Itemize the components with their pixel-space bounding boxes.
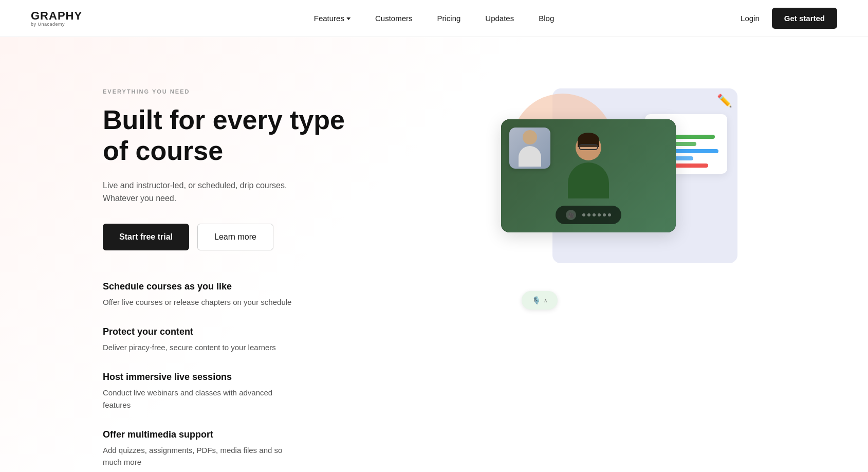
feature-desc-schedule: Offer live courses or release chapters o… <box>103 296 298 308</box>
feature-title-protect: Protect your content <box>103 326 391 337</box>
logo-sub: by Unacademy <box>31 22 82 27</box>
feature-title-live: Host immersive live sessions <box>103 372 391 383</box>
feature-item-live: Host immersive live sessions Conduct liv… <box>103 372 391 411</box>
person-body-sm <box>519 146 541 167</box>
nav-links: Features Customers Pricing Updates Blog <box>314 14 555 23</box>
presenter-head <box>576 135 601 160</box>
feature-desc-protect: Deliver piracy-free, secure content to y… <box>103 341 298 353</box>
navbar: GRAPHY by Unacademy Features Customers P… <box>0 0 868 37</box>
left-column: EVERYTHING YOU NEED Built for every type… <box>103 68 391 468</box>
logo[interactable]: GRAPHY by Unacademy <box>31 10 82 27</box>
pencil-icon: ✏️ <box>717 94 732 108</box>
feature-desc-multimedia: Add quizzes, assignments, PDFs, media fi… <box>103 444 298 468</box>
nav-updates[interactable]: Updates <box>485 14 514 23</box>
get-started-button[interactable]: Get started <box>772 8 837 29</box>
mic-button[interactable]: 🎙️ ∧ <box>522 291 558 310</box>
camera-icon: 🎥 <box>566 210 576 220</box>
presenter-figure <box>558 135 619 217</box>
eyebrow-text: EVERYTHING YOU NEED <box>103 88 391 95</box>
nav-blog[interactable]: Blog <box>539 14 554 23</box>
login-button[interactable]: Login <box>741 14 760 23</box>
video-controls: 🎥 <box>556 206 621 224</box>
learn-more-button[interactable]: Learn more <box>197 224 273 250</box>
ctrl-dot <box>608 213 611 216</box>
mic-icon: 🎙️ <box>532 296 541 304</box>
ctrl-dot <box>603 213 606 216</box>
presenter-body <box>568 162 609 198</box>
control-dots <box>582 213 611 216</box>
right-column: ✏️ <box>391 68 837 468</box>
feature-item-schedule: Schedule courses as you like Offer live … <box>103 281 391 308</box>
video-call-card: 🎥 <box>501 119 676 232</box>
feature-desc-live: Conduct live webinars and classes with a… <box>103 387 298 411</box>
nav-actions: Login Get started <box>741 8 837 29</box>
cta-row: Start free trial Learn more <box>103 224 391 250</box>
feature-title-schedule: Schedule courses as you like <box>103 281 391 292</box>
video-thumbnail <box>509 128 550 169</box>
main-content: EVERYTHING YOU NEED Built for every type… <box>0 37 868 472</box>
feature-item-multimedia: Offer multimedia support Add quizzes, as… <box>103 429 391 468</box>
feature-title-multimedia: Offer multimedia support <box>103 429 391 440</box>
chevron-down-icon <box>346 17 350 20</box>
person-head-sm <box>523 130 537 144</box>
hero-description: Live and instructor-led, or scheduled, d… <box>103 179 319 205</box>
thumb-person <box>514 130 545 166</box>
nav-features[interactable]: Features <box>314 14 350 23</box>
illustration: ✏️ <box>491 78 737 294</box>
ctrl-dot <box>582 213 585 216</box>
presenter-glasses <box>579 144 598 150</box>
feature-item-protect: Protect your content Deliver piracy-free… <box>103 326 391 353</box>
nav-pricing[interactable]: Pricing <box>437 14 460 23</box>
ctrl-dot <box>593 213 596 216</box>
ctrl-dot <box>598 213 601 216</box>
ctrl-dot <box>587 213 590 216</box>
start-trial-button[interactable]: Start free trial <box>103 224 189 250</box>
feature-list: Schedule courses as you like Offer live … <box>103 281 391 468</box>
expand-icon: ∧ <box>544 298 547 303</box>
logo-main: GRAPHY <box>31 10 82 22</box>
hero-title: Built for every type of course <box>103 105 349 167</box>
nav-customers[interactable]: Customers <box>375 14 413 23</box>
